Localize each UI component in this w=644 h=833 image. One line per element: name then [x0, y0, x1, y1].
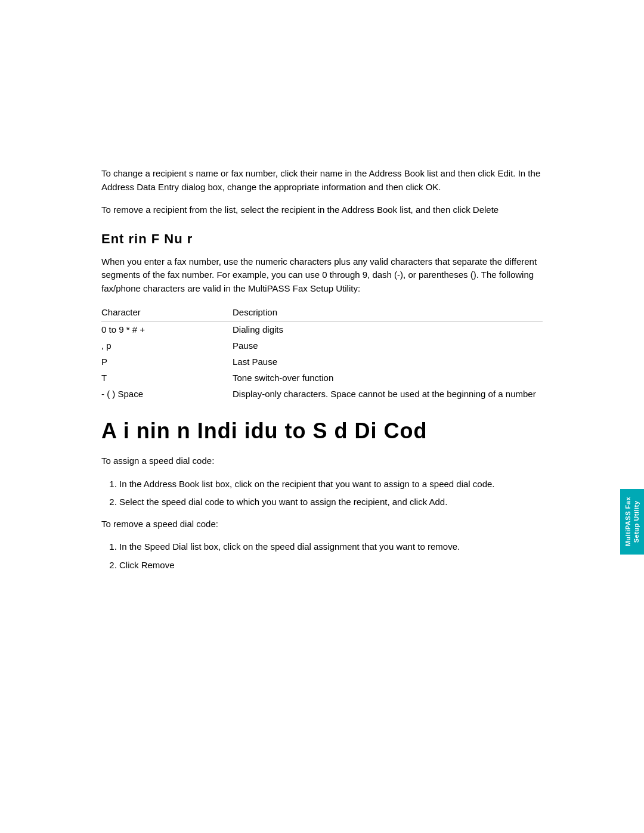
page-container: To change a recipient s name or fax numb… — [0, 0, 644, 833]
heading-assigning-speed-dial: A i nin n Indi idu to S d Di Cod — [101, 419, 543, 444]
character-table-container: Character Description 0 to 9 * # + Diali… — [101, 305, 543, 402]
table-row: , pPause — [101, 337, 543, 354]
character-cell: P — [101, 354, 233, 370]
character-cell: 0 to 9 * # + — [101, 321, 233, 338]
table-row: PLast Pause — [101, 354, 543, 370]
heading-entering-fax: Ent rin F Nu r — [101, 231, 543, 247]
description-cell: Dialing digits — [233, 321, 543, 338]
description-cell: Tone switch-over function — [233, 370, 543, 386]
para-assign-intro: To assign a speed dial code: — [101, 454, 543, 468]
character-table: Character Description 0 to 9 * # + Diali… — [101, 305, 543, 402]
list-item: In the Speed Dial list box, click on the… — [119, 540, 543, 554]
col-header-description: Description — [233, 305, 543, 321]
character-cell: , p — [101, 337, 233, 354]
character-cell: T — [101, 370, 233, 386]
para-fax-number-intro: When you enter a fax number, use the num… — [101, 255, 543, 296]
table-row: 0 to 9 * # + Dialing digits — [101, 321, 543, 338]
table-row: - ( ) Space Display-only characters. Spa… — [101, 386, 543, 402]
description-cell: Display-only characters. Space cannot be… — [233, 386, 543, 402]
assign-steps-list: In the Address Book list box, click on t… — [119, 478, 543, 509]
description-cell: Last Pause — [233, 354, 543, 370]
remove-steps-list: In the Speed Dial list box, click on the… — [119, 540, 543, 572]
list-item: In the Address Book list box, click on t… — [119, 478, 543, 491]
description-cell: Pause — [233, 337, 543, 354]
list-item: Click Remove — [119, 559, 543, 572]
para-remove-recipient: To remove a recipient from the list, sel… — [101, 203, 543, 217]
list-item: Select the speed dial code to which you … — [119, 496, 543, 509]
para-remove-intro: To remove a speed dial code: — [101, 518, 543, 531]
sidebar-tab-text: MultiPASS FaxSetup Utility — [624, 497, 641, 546]
table-row: TTone switch-over function — [101, 370, 543, 386]
col-header-character: Character — [101, 305, 233, 321]
sidebar-tab: MultiPASS FaxSetup Utility — [620, 489, 644, 555]
character-cell: - ( ) Space — [101, 386, 233, 402]
para-edit-recipient: To change a recipient s name or fax numb… — [101, 167, 543, 194]
